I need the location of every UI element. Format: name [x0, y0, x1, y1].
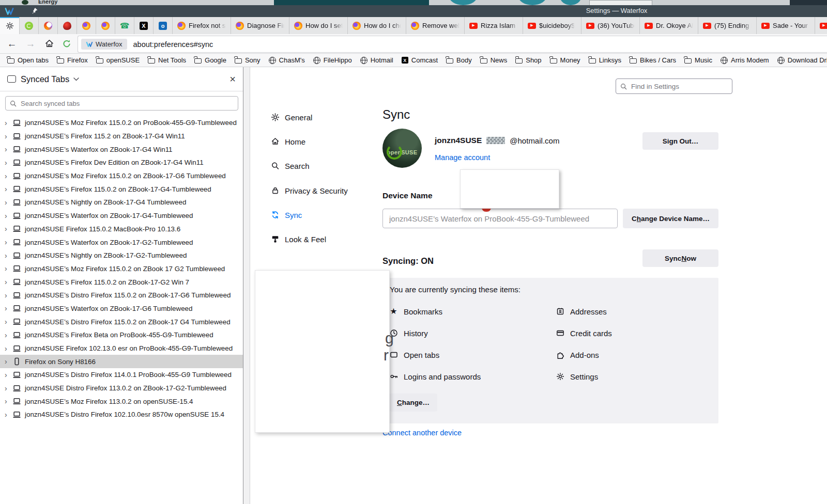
pinned-tab-settings[interactable]: [0, 17, 19, 34]
expand-chevron-icon[interactable]: ›: [5, 345, 12, 352]
browser-tab[interactable]: Rizza Islam L: [464, 17, 523, 34]
settings-nav-look-feel[interactable]: Look & Feel: [271, 232, 326, 246]
pin-icon[interactable]: [31, 7, 39, 15]
bookmark-item[interactable]: Download Drive: [773, 54, 827, 67]
expand-chevron-icon[interactable]: ›: [5, 199, 12, 206]
expand-chevron-icon[interactable]: ›: [5, 146, 12, 153]
synced-device-row[interactable]: › jonzn4SUSE’s Nightly on ZBook-17-G2-Tu…: [0, 249, 243, 262]
expand-chevron-icon[interactable]: ›: [5, 265, 12, 272]
bookmark-item[interactable]: Body: [442, 54, 476, 67]
green-reload-extension-icon[interactable]: [59, 34, 74, 53]
expand-chevron-icon[interactable]: ›: [5, 185, 12, 193]
synced-device-row[interactable]: › jonzn4SUSE’s Moz Firefox 115.0.2 on ZB…: [0, 262, 243, 276]
synced-device-row[interactable]: › jonzn4SUSE’s Moz Firefox 113.0.2 on op…: [0, 395, 243, 408]
browser-tab[interactable]: Firefox not s: [172, 17, 231, 34]
bookmark-item[interactable]: Bikes / Cars: [625, 54, 680, 67]
connect-another-device-link[interactable]: Connect another device: [382, 429, 462, 437]
synced-device-row[interactable]: › jonzn4SUSE’s Distro Firefox 114.0.1 Pr…: [0, 368, 243, 382]
bookmark-item[interactable]: Firefox: [53, 54, 92, 67]
synced-device-row[interactable]: › jonzn4SUSE’s Waterfox on ZBook-17-G2-T…: [0, 235, 243, 249]
browser-tab[interactable]: (36) YouTube: [581, 17, 639, 34]
browser-tab[interactable]: [815, 17, 827, 34]
pinned-tab-opensuse[interactable]: [19, 17, 38, 34]
sync-now-button[interactable]: Sync Now: [642, 249, 718, 267]
expand-chevron-icon[interactable]: ›: [5, 332, 12, 339]
sidebar-search-box[interactable]: [5, 96, 238, 111]
browser-tab[interactable]: (75) Ending F: [698, 17, 756, 34]
sidebar-splitter[interactable]: [243, 67, 250, 504]
bookmark-item[interactable]: News: [476, 54, 512, 67]
bookmark-item[interactable]: ChasM's: [265, 54, 309, 67]
synced-device-row[interactable]: › jonzn4SUSE Firefox 115.0.2 MacBook-Pro…: [0, 223, 243, 236]
change-sync-items-button[interactable]: Change…: [389, 393, 437, 412]
bookmark-item[interactable]: Arris Modem: [716, 54, 773, 67]
sidebar-close-icon[interactable]: ×: [229, 74, 236, 84]
back-button[interactable]: ←: [4, 34, 20, 53]
pinned-tab-firefox[interactable]: [76, 17, 96, 34]
find-in-settings-input[interactable]: [630, 82, 728, 91]
synced-device-row[interactable]: › jonzn4SUSE’s Nightly on ZBook-17-G4 Tu…: [0, 196, 243, 209]
synced-device-row[interactable]: › jonzn4SUSE’s Waterfox on ZBook-17-G4 W…: [0, 143, 243, 156]
bookmark-item[interactable]: Money: [546, 54, 585, 67]
synced-tabs-search-input[interactable]: [20, 99, 234, 108]
browser-tab[interactable]: How do I cho: [347, 17, 406, 34]
forward-button[interactable]: →: [23, 34, 38, 53]
expand-chevron-icon[interactable]: ›: [5, 318, 12, 325]
pinned-tab-phone[interactable]: ☎: [115, 17, 134, 34]
pinned-tab-nightly[interactable]: [38, 17, 57, 34]
account-avatar[interactable]: openSUSE: [382, 129, 422, 168]
browser-tab[interactable]: Dr. Okoye Ah: [639, 17, 698, 34]
synced-device-row[interactable]: › jonzn4SUSE’s Distro Firefox 115.0.2 on…: [0, 315, 243, 328]
bookmark-item[interactable]: Linksys: [585, 54, 625, 67]
expand-chevron-icon[interactable]: ›: [5, 305, 12, 312]
browser-tab[interactable]: How do I set: [289, 17, 347, 34]
synced-device-row[interactable]: › jonzn4SUSE’s Firefox 115.2 on ZBook-17…: [0, 130, 243, 143]
device-name-input[interactable]: [382, 209, 618, 228]
expand-chevron-icon[interactable]: ›: [5, 411, 12, 418]
pinned-tab-firefox[interactable]: [96, 17, 115, 34]
synced-device-row[interactable]: › jonzn4SUSE’s Distro Firefox 115.0.2 on…: [0, 289, 243, 302]
synced-device-row[interactable]: › jonzn4SUSE’s Moz Firefox 115.0.2 on Pr…: [0, 116, 243, 130]
bookmark-item[interactable]: openSUSE: [92, 54, 144, 67]
expand-chevron-icon[interactable]: ›: [5, 133, 12, 140]
bookmark-item[interactable]: Music: [680, 54, 716, 67]
bookmark-item[interactable]: Hotmail: [356, 54, 397, 67]
expand-chevron-icon[interactable]: ›: [5, 358, 12, 365]
browser-tab[interactable]: Remove web: [406, 17, 464, 34]
settings-nav-general[interactable]: General: [271, 111, 312, 124]
home-button[interactable]: [41, 34, 57, 53]
synced-device-row[interactable]: › jonzn4SUSE’s Firefox Dev Edition on ZB…: [0, 156, 243, 169]
expand-chevron-icon[interactable]: ›: [5, 172, 12, 180]
synced-device-row[interactable]: › jonzn4SUSE Firefox 102.13.0 esr on Pro…: [0, 342, 243, 355]
bookmark-item[interactable]: Open tabs: [3, 54, 53, 67]
change-device-name-button[interactable]: Change Device Name…: [623, 209, 718, 228]
expand-chevron-icon[interactable]: ›: [5, 385, 12, 392]
synced-device-row[interactable]: › jonzn4SUSE’s Moz Firefox 115.0.2 on ZB…: [0, 169, 243, 183]
browser-tab[interactable]: Sade - Your L: [756, 17, 815, 34]
expand-chevron-icon[interactable]: ›: [5, 159, 12, 166]
url-bar[interactable]: Waterfox about:preferences#sync: [78, 36, 827, 53]
synced-device-row[interactable]: › jonzn4SUSE’s Firefox 115.0.2 on ZBook-…: [0, 182, 243, 196]
synced-device-row[interactable]: › jonzn4SUSE Distro Firefox 113.0.2 on Z…: [0, 382, 243, 395]
chevron-down-icon[interactable]: [73, 77, 79, 81]
settings-nav-home[interactable]: Home: [271, 135, 305, 148]
identity-chip[interactable]: Waterfox: [81, 39, 127, 50]
browser-tab[interactable]: Diagnose Fir: [231, 17, 289, 34]
bookmark-item[interactable]: FileHippo: [309, 54, 356, 67]
expand-chevron-icon[interactable]: ›: [5, 212, 12, 219]
expand-chevron-icon[interactable]: ›: [5, 225, 12, 232]
expand-chevron-icon[interactable]: ›: [5, 398, 12, 405]
pinned-tab-outlook[interactable]: o: [153, 17, 172, 34]
find-in-settings-box[interactable]: [616, 78, 732, 94]
bookmark-item[interactable]: Comcast: [397, 54, 442, 67]
synced-device-row[interactable]: › jonzn4SUSE’s Distro Firefox 102.10.0es…: [0, 408, 243, 421]
settings-nav-privacy[interactable]: Privacy & Security: [271, 184, 348, 197]
pinned-tab-dragon[interactable]: [57, 17, 76, 34]
url-text[interactable]: about:preferences#sync: [133, 40, 213, 49]
sign-out-button[interactable]: Sign Out…: [642, 132, 718, 150]
synced-device-row[interactable]: › Firefox on Sony H8166: [0, 355, 243, 368]
synced-device-row[interactable]: › jonzn4SUSE’s Waterfox on ZBook-17-G4-T…: [0, 209, 243, 223]
settings-nav-search[interactable]: Search: [271, 159, 310, 172]
manage-account-link[interactable]: Manage account: [435, 153, 490, 162]
settings-nav-sync[interactable]: Sync: [271, 208, 302, 222]
